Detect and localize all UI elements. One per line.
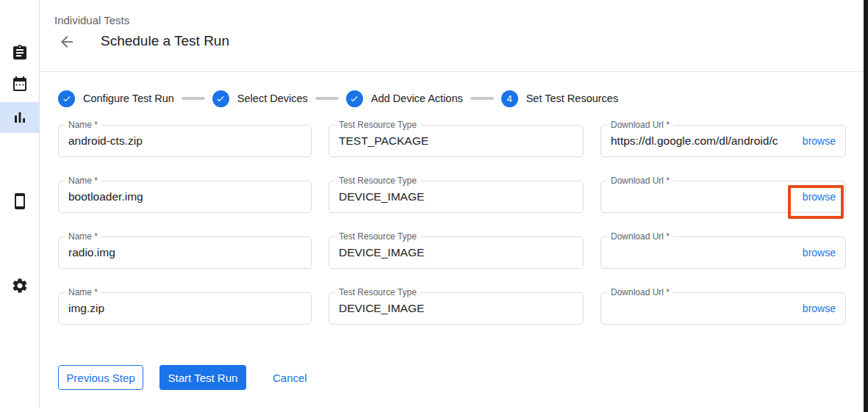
resource-type-field-row-4[interactable]: Test Resource Type DEVICE_IMAGE	[329, 292, 584, 325]
field-value: img.zip	[68, 302, 301, 315]
sidebar-item-settings[interactable]	[0, 270, 39, 301]
field-value: https://dl.google.com/dl/android/c	[611, 134, 795, 148]
breadcrumb: Individual Tests	[54, 14, 129, 26]
name-field-row-1[interactable]: Name * android-cts.zip	[58, 125, 312, 157]
name-field-row-4[interactable]: Name * img.zip	[58, 292, 312, 325]
field-label: Test Resource Type	[335, 287, 420, 298]
field-label: Name *	[65, 120, 101, 131]
download-url-field-row-1[interactable]: Download Url * https://dl.google.com/dl/…	[600, 125, 846, 157]
header-divider	[40, 71, 864, 72]
field-label: Test Resource Type	[335, 176, 420, 187]
download-url-field-row-2[interactable]: Download Url * browse	[600, 181, 846, 213]
action-bar: Previous Step Start Test Run Cancel	[58, 365, 307, 390]
field-value: DEVICE_IMAGE	[339, 302, 573, 315]
sidebar	[0, 0, 39, 412]
cancel-button[interactable]: Cancel	[273, 365, 307, 390]
stepper-step-configure-test-run[interactable]: Configure Test Run	[58, 90, 174, 107]
step-label: Configure Test Run	[83, 93, 174, 104]
bar-chart-icon	[11, 109, 29, 126]
app-window: Individual Tests Schedule a Test Run Con…	[0, 0, 868, 412]
browse-link-row-3[interactable]: browse	[803, 247, 836, 259]
step-complete-check-icon	[58, 90, 75, 107]
previous-step-button[interactable]: Previous Step	[58, 365, 143, 390]
field-value: android-cts.zip	[68, 134, 301, 148]
download-url-field-row-3[interactable]: Download Url * browse	[600, 236, 846, 269]
sidebar-divider	[39, 0, 40, 408]
field-value: bootloader.img	[68, 190, 301, 203]
page-title: Schedule a Test Run	[101, 33, 229, 49]
field-value: radio.img	[68, 246, 301, 259]
stepper-connector	[315, 97, 339, 100]
arrow-back-icon	[58, 33, 76, 51]
window-edge-band	[864, 0, 868, 412]
name-field-row-2[interactable]: Name * bootloader.img	[58, 181, 312, 213]
resource-type-field-row-3[interactable]: Test Resource Type DEVICE_IMAGE	[329, 236, 584, 269]
field-label: Test Resource Type	[335, 231, 420, 242]
clipboard-icon	[11, 44, 29, 62]
download-url-field-row-4[interactable]: Download Url * browse	[600, 292, 846, 325]
name-field-row-3[interactable]: Name * radio.img	[58, 236, 312, 269]
resource-type-field-row-2[interactable]: Test Resource Type DEVICE_IMAGE	[329, 181, 584, 213]
field-label: Name *	[65, 287, 101, 298]
step-complete-check-icon	[212, 90, 229, 107]
gear-icon	[11, 277, 29, 294]
sidebar-item-tests[interactable]	[0, 37, 39, 68]
field-label: Name *	[65, 231, 101, 242]
calendar-icon	[11, 75, 29, 93]
field-value: DEVICE_IMAGE	[339, 190, 573, 203]
step-number-badge: 4	[501, 90, 518, 107]
field-label: Download Url *	[607, 287, 673, 298]
step-label: Add Device Actions	[371, 93, 463, 104]
stepper-step-add-device-actions[interactable]: Add Device Actions	[346, 90, 463, 107]
field-label: Download Url *	[607, 176, 673, 187]
step-label: Set Test Resources	[526, 93, 618, 104]
sidebar-item-test-plans[interactable]	[0, 68, 39, 99]
phone-icon	[11, 192, 29, 210]
stepper-connector	[182, 97, 205, 100]
field-label: Download Url *	[607, 231, 673, 242]
browse-link-row-1[interactable]: browse	[803, 135, 836, 147]
step-complete-check-icon	[346, 90, 363, 107]
field-label: Test Resource Type	[335, 120, 420, 131]
field-label: Download Url *	[607, 120, 673, 131]
browse-link-row-4[interactable]: browse	[803, 303, 836, 314]
stepper-step-set-test-resources[interactable]: 4 Set Test Resources	[501, 90, 618, 107]
step-label: Select Devices	[237, 93, 308, 104]
stepper-connector	[470, 97, 494, 100]
sidebar-item-test-runs[interactable]	[0, 102, 39, 133]
start-test-run-button[interactable]: Start Test Run	[159, 365, 246, 390]
field-value: DEVICE_IMAGE	[339, 246, 573, 259]
back-button[interactable]	[58, 33, 76, 51]
test-resources-form: Name * android-cts.zip Test Resource Typ…	[58, 125, 846, 325]
stepper: Configure Test Run Select Devices Add De…	[58, 90, 618, 107]
stepper-step-select-devices[interactable]: Select Devices	[212, 90, 308, 107]
field-value: TEST_PACKAGE	[339, 134, 573, 148]
browse-link-row-2[interactable]: browse	[803, 191, 836, 203]
sidebar-item-devices[interactable]	[0, 186, 39, 217]
field-label: Name *	[65, 176, 101, 187]
resource-type-field-row-1[interactable]: Test Resource Type TEST_PACKAGE	[329, 125, 584, 157]
